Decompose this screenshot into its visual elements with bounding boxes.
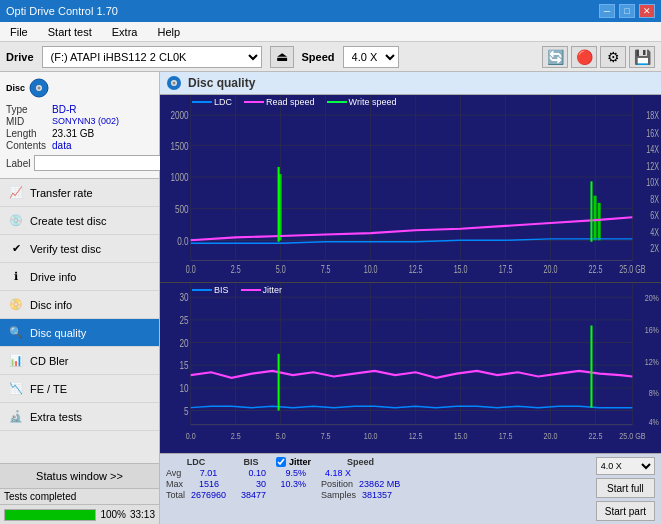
legend-bis-color <box>192 289 212 291</box>
menu-help[interactable]: Help <box>151 24 186 40</box>
bis-avg-row: 0.10 <box>236 468 266 478</box>
samples-label: Samples <box>321 490 356 500</box>
svg-rect-51 <box>594 196 597 241</box>
svg-text:20%: 20% <box>645 292 660 303</box>
svg-point-5 <box>173 82 176 85</box>
bis-total-row: 38477 <box>236 490 266 500</box>
legend-read-color <box>244 101 264 103</box>
sidebar-item-verify-test-disc[interactable]: ✔ Verify test disc <box>0 235 159 263</box>
svg-text:2.5: 2.5 <box>231 264 241 276</box>
sidebar-item-label-transfer-rate: Transfer rate <box>30 187 93 199</box>
svg-text:16%: 16% <box>645 323 660 334</box>
svg-rect-52 <box>598 203 601 240</box>
svg-text:5.0: 5.0 <box>276 430 286 441</box>
ldc-avg-row: Avg 7.01 <box>166 468 226 478</box>
sidebar-item-transfer-rate[interactable]: 📈 Transfer rate <box>0 179 159 207</box>
sidebar-item-label-cd-bler: CD Bler <box>30 355 69 367</box>
save-button[interactable]: 💾 <box>629 46 655 68</box>
sidebar-item-label-extra-tests: Extra tests <box>30 411 82 423</box>
svg-text:25.0 GB: 25.0 GB <box>619 430 645 441</box>
stats-ldc-column: LDC Avg 7.01 Max 1516 Total 2676960 <box>166 457 226 500</box>
top-chart-legend: LDC Read speed Write speed <box>192 97 396 107</box>
svg-text:25: 25 <box>180 314 190 327</box>
samples-row: Samples 381357 <box>321 490 400 500</box>
progress-container: 100% 33:13 <box>0 504 159 524</box>
status-text: Tests completed <box>0 489 159 504</box>
legend-write-label: Write speed <box>349 97 397 107</box>
type-label: Type <box>6 104 46 115</box>
legend-write-color <box>327 101 347 103</box>
legend-ldc-color <box>192 101 212 103</box>
svg-text:0.0: 0.0 <box>186 430 196 441</box>
legend-ldc-label: LDC <box>214 97 232 107</box>
jitter-checkbox[interactable] <box>276 457 286 467</box>
sidebar-item-disc-quality[interactable]: 🔍 Disc quality <box>0 319 159 347</box>
ldc-header: LDC <box>166 457 226 467</box>
drivebar: Drive (F:) ATAPI iHBS112 2 CL0K ⏏ Speed … <box>0 42 661 72</box>
settings-button[interactable]: ⚙ <box>600 46 626 68</box>
scan-button[interactable]: 🔴 <box>571 46 597 68</box>
bottom-chart: BIS Jitter <box>160 283 661 453</box>
svg-text:12.5: 12.5 <box>409 430 423 441</box>
titlebar: Opti Drive Control 1.70 ─ □ ✕ <box>0 0 661 22</box>
refresh-button[interactable]: 🔄 <box>542 46 568 68</box>
label-input[interactable] <box>34 155 163 171</box>
verify-test-disc-icon: ✔ <box>8 241 24 257</box>
menu-file[interactable]: File <box>4 24 34 40</box>
svg-text:8X: 8X <box>650 194 659 206</box>
menu-extra[interactable]: Extra <box>106 24 144 40</box>
status-window-button[interactable]: Status window >> <box>0 463 159 489</box>
test-speed-select[interactable]: 4.0 X <box>596 457 655 475</box>
svg-rect-6 <box>160 95 661 282</box>
minimize-button[interactable]: ─ <box>599 4 615 18</box>
main-layout: Disc Type BD-R MID SONYNN3 (002) Length … <box>0 72 661 524</box>
start-full-button[interactable]: Start full <box>596 478 655 498</box>
start-part-button[interactable]: Start part <box>596 501 655 521</box>
menu-start-test[interactable]: Start test <box>42 24 98 40</box>
sidebar-item-label-fe-te: FE / TE <box>30 383 67 395</box>
svg-text:5.0: 5.0 <box>276 264 286 276</box>
sidebar-item-label-verify-test-disc: Verify test disc <box>30 243 101 255</box>
window-controls: ─ □ ✕ <box>599 4 655 18</box>
svg-text:7.5: 7.5 <box>321 264 331 276</box>
chart-header: Disc quality <box>160 72 661 95</box>
type-value: BD-R <box>52 104 153 115</box>
label-row: Label ⚙ <box>6 154 153 172</box>
legend-ldc: LDC <box>192 97 232 107</box>
ldc-total-value: 2676960 <box>191 490 226 500</box>
jitter-avg-row: 9.5% <box>276 468 311 478</box>
chart-header-icon <box>166 75 182 91</box>
speed-select[interactable]: 4.0 X <box>343 46 399 68</box>
transfer-rate-icon: 📈 <box>8 185 24 201</box>
maximize-button[interactable]: □ <box>619 4 635 18</box>
svg-text:15.0: 15.0 <box>454 264 468 276</box>
svg-text:500: 500 <box>175 203 189 216</box>
svg-text:7.5: 7.5 <box>321 430 331 441</box>
top-chart-svg: 2000 1500 1000 500 0.0 0.0 2.5 5.0 7.5 1… <box>160 95 661 282</box>
sidebar-item-drive-info[interactable]: ℹ Drive info <box>0 263 159 291</box>
svg-text:5: 5 <box>184 404 189 417</box>
drive-info-icon: ℹ <box>8 269 24 285</box>
disc-section-title: Disc <box>6 83 25 93</box>
close-button[interactable]: ✕ <box>639 4 655 18</box>
jitter-header: Jitter <box>289 457 311 467</box>
menubar: File Start test Extra Help <box>0 22 661 42</box>
sidebar-item-extra-tests[interactable]: 🔬 Extra tests <box>0 403 159 431</box>
eject-button[interactable]: ⏏ <box>270 46 294 68</box>
svg-text:15.0: 15.0 <box>454 430 468 441</box>
sidebar-item-fe-te[interactable]: 📉 FE / TE <box>0 375 159 403</box>
jitter-checkbox-row: Jitter <box>276 457 311 467</box>
sidebar-item-cd-bler[interactable]: 📊 CD Bler <box>0 347 159 375</box>
sidebar-item-create-test-disc[interactable]: 💿 Create test disc <box>0 207 159 235</box>
disc-quality-icon: 🔍 <box>8 325 24 341</box>
stats-speed-column: Speed 4.18 X Position 23862 MB Samples 3… <box>321 457 400 500</box>
legend-jitter-label: Jitter <box>263 285 283 295</box>
svg-text:2.5: 2.5 <box>231 430 241 441</box>
disc-icon <box>29 78 49 98</box>
svg-text:22.5: 22.5 <box>589 430 603 441</box>
svg-text:8%: 8% <box>649 387 660 398</box>
svg-text:12.5: 12.5 <box>409 264 423 276</box>
content-area: Disc quality LDC Read speed <box>160 72 661 524</box>
drive-select[interactable]: (F:) ATAPI iHBS112 2 CL0K <box>42 46 262 68</box>
sidebar-item-disc-info[interactable]: 📀 Disc info <box>0 291 159 319</box>
